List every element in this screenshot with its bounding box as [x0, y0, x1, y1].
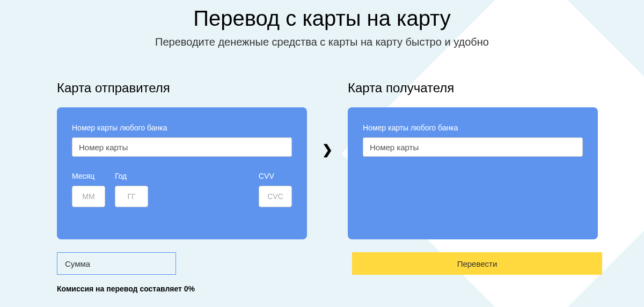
recipient-heading: Карта получателя	[348, 81, 598, 96]
sender-card-bottom-row: Месяц Год CVV	[72, 172, 292, 207]
cvv-input[interactable]	[259, 186, 292, 207]
chevron-right-icon: ❯	[322, 142, 333, 157]
month-label: Месяц	[72, 172, 105, 180]
year-label: Год	[115, 172, 148, 180]
sender-heading: Карта отправителя	[57, 81, 307, 96]
month-field: Месяц	[72, 172, 105, 207]
recipient-card-number-input[interactable]	[363, 137, 583, 157]
cvv-label: CVV	[259, 172, 292, 180]
year-input[interactable]	[115, 186, 148, 207]
page-title: Перевод с карты на карту	[0, 0, 644, 36]
recipient-card: Номер карты любого банка	[348, 107, 598, 239]
sender-card-number-label: Номер карты любого банка	[72, 123, 292, 132]
sender-card: Номер карты любого банка Месяц Год CVV	[57, 107, 307, 239]
year-field: Год	[115, 172, 148, 207]
month-input[interactable]	[72, 186, 105, 207]
amount-column: Комиссия на перевод составляет 0%	[57, 252, 307, 293]
commission-text: Комиссия на перевод составляет 0%	[57, 284, 307, 293]
recipient-column: Карта получателя Номер карты любого банк…	[348, 81, 598, 239]
cards-row: Карта отправителя Номер карты любого бан…	[0, 81, 644, 239]
page-subtitle: Переводите денежные средства с карты на …	[0, 36, 644, 81]
bottom-row: Комиссия на перевод составляет 0% Переве…	[0, 252, 644, 293]
transfer-button[interactable]: Перевести	[352, 252, 602, 275]
sender-card-number-input[interactable]	[72, 137, 292, 157]
arrow-column: ❯	[322, 81, 333, 157]
cvv-field: CVV	[259, 172, 292, 207]
sender-column: Карта отправителя Номер карты любого бан…	[57, 81, 307, 239]
amount-input[interactable]	[57, 252, 176, 275]
recipient-card-number-label: Номер карты любого банка	[363, 123, 583, 132]
